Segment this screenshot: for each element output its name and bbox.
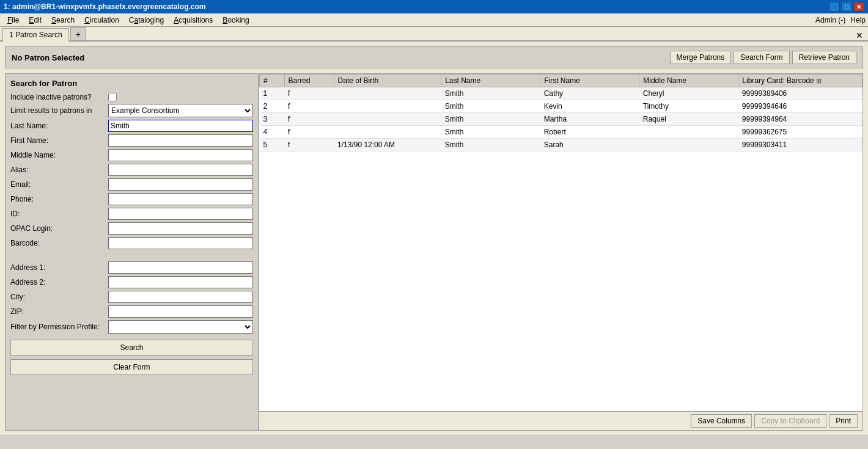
col-header-libcard: Library Card: Barcode ⊞ [738,75,862,87]
search-button[interactable]: Search [10,340,253,356]
cell-middle-name [639,126,738,139]
id-row: ID: [10,208,253,220]
results-header-row: # Barred Date of Birth Last Name First N… [260,75,862,87]
title-bar: 1: admin@BR1-winxpvmfx.phasefx.evergreen… [0,0,868,13]
col-header-barred: Barred [284,75,334,87]
permission-profile-select[interactable] [108,320,253,334]
cell-last-name: Smith [441,139,540,151]
opac-login-label: OPAC Login: [10,224,108,233]
permission-profile-label: Filter by Permission Profile: [10,323,108,331]
limit-results-select[interactable]: Example Consortium [108,104,253,117]
content-split: Search for Patron Include inactive patro… [5,73,863,431]
alias-input[interactable] [108,164,253,176]
address2-row: Address 2: [10,276,253,288]
retrieve-patron-button[interactable]: Retrieve Patron [792,51,856,64]
print-button[interactable]: Print [829,414,858,428]
help-menu[interactable]: Help [850,16,866,24]
cell-barred: f [284,126,334,139]
city-input[interactable] [108,291,253,303]
minimize-button[interactable]: _ [829,2,840,12]
tab-patron-search[interactable]: 1 Patron Search [2,28,69,42]
cell-barcode: 99999303411 [738,139,862,151]
cell-barcode: 99999389406 [738,87,862,100]
cell-first-name: Kevin [540,100,639,113]
cell-last-name: Smith [441,126,540,139]
merge-patrons-button[interactable]: Merge Patrons [670,51,732,64]
menu-search[interactable]: Search [46,15,79,26]
cell-dob [334,100,441,113]
limit-results-label: Limit results to patrons in [10,106,108,115]
top-buttons: Merge Patrons Search Form Retrieve Patro… [670,51,856,64]
middle-name-input[interactable] [108,149,253,161]
zip-row: ZIP: [10,305,253,318]
cell-barcode: 99999394964 [738,113,862,126]
cell-middle-name [639,139,738,151]
id-input[interactable] [108,208,253,220]
phone-label: Phone: [10,195,108,203]
menu-acquisitions[interactable]: Acquisitions [169,15,218,26]
address1-label: Address 1: [10,263,108,272]
first-name-input[interactable] [108,134,253,147]
tab-patron-search-label: 1 Patron Search [9,31,62,39]
cell-num: 3 [260,113,285,126]
tab-bar: 1 Patron Search + ✕ [0,27,868,42]
menu-file[interactable]: File [2,15,24,26]
email-label: Email: [10,180,108,189]
cell-dob [334,126,441,139]
cell-first-name: Cathy [540,87,639,100]
col-header-dob: Date of Birth [334,75,441,87]
last-name-input[interactable] [108,120,253,132]
menu-bar: File Edit Search Circulation Cataloging … [0,13,868,27]
search-form-button[interactable]: Search Form [734,51,789,64]
city-row: City: [10,291,253,303]
include-inactive-row: Include inactive patrons? [10,93,253,101]
table-row[interactable]: 4fSmithRobert99999362675 [260,126,862,139]
include-inactive-label: Include inactive patrons? [10,93,108,101]
tab-bar-close-icon[interactable]: ✕ [856,31,866,40]
results-tbody: 1fSmithCathyCheryl999993894062fSmithKevi… [260,87,862,151]
patron-status: No Patron Selected [12,53,84,62]
maximize-button[interactable]: □ [841,2,852,12]
address2-input[interactable] [108,276,253,288]
table-row[interactable]: 2fSmithKevinTimothy99999394646 [260,100,862,113]
cell-barcode: 99999362675 [738,126,862,139]
cell-last-name: Smith [441,87,540,100]
table-row[interactable]: 5f1/13/90 12:00 AMSmithSarah99999303411 [260,139,862,151]
include-inactive-checkbox[interactable] [108,93,117,101]
barcode-input[interactable] [108,237,253,249]
bottom-bar: Save Columns Copy to Clipboard Print [259,411,862,430]
opac-login-input[interactable] [108,222,253,235]
save-columns-button[interactable]: Save Columns [691,414,752,428]
title-bar-text: 1: admin@BR1-winxpvmfx.phasefx.evergreen… [4,2,829,11]
phone-input[interactable] [108,193,253,205]
city-label: City: [10,293,108,301]
cell-first-name: Martha [540,113,639,126]
col-expand-icon[interactable]: ⊞ [816,77,822,84]
zip-input[interactable] [108,305,253,318]
tab-add-button[interactable]: + [70,27,86,40]
address1-input[interactable] [108,261,253,274]
menu-edit[interactable]: Edit [24,15,46,26]
table-row[interactable]: 1fSmithCathyCheryl99999389406 [260,87,862,100]
window-close-button[interactable]: ✕ [853,2,864,12]
menu-cataloging[interactable]: Cataloging [124,15,169,26]
email-row: Email: [10,178,253,191]
admin-menu[interactable]: Admin (-) [815,16,845,24]
status-bar [0,436,868,449]
email-input[interactable] [108,178,253,191]
search-form-title: Search for Patron [10,79,253,88]
cell-num: 4 [260,126,285,139]
table-row[interactable]: 3fSmithMarthaRaquel99999394964 [260,113,862,126]
cell-last-name: Smith [441,113,540,126]
copy-to-clipboard-button[interactable]: Copy to Clipboard [754,414,826,428]
clear-form-button[interactable]: Clear Form [10,359,253,375]
cell-middle-name: Timothy [639,100,738,113]
results-table: # Barred Date of Birth Last Name First N… [259,74,862,151]
results-inner: # Barred Date of Birth Last Name First N… [259,74,862,406]
address2-label: Address 2: [10,278,108,287]
menu-circulation[interactable]: Circulation [79,15,124,26]
phone-row: Phone: [10,193,253,205]
menu-booking[interactable]: Booking [218,15,254,26]
top-bar: No Patron Selected Merge Patrons Search … [5,46,863,68]
alias-row: Alias: [10,164,253,176]
